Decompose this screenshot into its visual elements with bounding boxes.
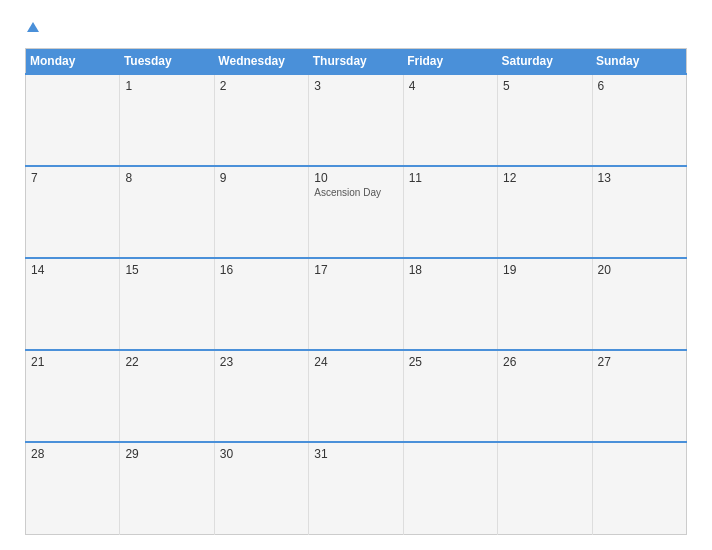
week-row-2: 78910Ascension Day111213 <box>26 166 687 258</box>
calendar-cell: 23 <box>214 350 308 442</box>
calendar-cell: 2 <box>214 74 308 166</box>
calendar-cell: 16 <box>214 258 308 350</box>
calendar-cell: 9 <box>214 166 308 258</box>
calendar-cell <box>498 442 592 534</box>
day-number: 26 <box>503 355 586 369</box>
day-number: 3 <box>314 79 397 93</box>
day-header-sunday: Sunday <box>592 49 686 75</box>
day-number: 1 <box>125 79 208 93</box>
calendar-page: MondayTuesdayWednesdayThursdayFridaySatu… <box>0 0 712 550</box>
day-header-saturday: Saturday <box>498 49 592 75</box>
day-number: 19 <box>503 263 586 277</box>
day-header-wednesday: Wednesday <box>214 49 308 75</box>
day-header-friday: Friday <box>403 49 497 75</box>
day-number: 30 <box>220 447 303 461</box>
day-number: 2 <box>220 79 303 93</box>
calendar-cell <box>592 442 686 534</box>
calendar-cell: 26 <box>498 350 592 442</box>
calendar-cell: 6 <box>592 74 686 166</box>
day-number: 13 <box>598 171 681 185</box>
day-number: 14 <box>31 263 114 277</box>
calendar-cell: 8 <box>120 166 214 258</box>
logo-general <box>25 20 39 36</box>
day-number: 25 <box>409 355 492 369</box>
week-row-4: 21222324252627 <box>26 350 687 442</box>
days-header-row: MondayTuesdayWednesdayThursdayFridaySatu… <box>26 49 687 75</box>
calendar-cell: 21 <box>26 350 120 442</box>
day-header-tuesday: Tuesday <box>120 49 214 75</box>
calendar-cell: 5 <box>498 74 592 166</box>
day-number: 16 <box>220 263 303 277</box>
calendar-cell: 17 <box>309 258 403 350</box>
calendar-cell: 15 <box>120 258 214 350</box>
day-number: 29 <box>125 447 208 461</box>
calendar-cell: 25 <box>403 350 497 442</box>
day-number: 17 <box>314 263 397 277</box>
day-number: 15 <box>125 263 208 277</box>
calendar-cell: 4 <box>403 74 497 166</box>
day-number: 24 <box>314 355 397 369</box>
calendar-cell <box>403 442 497 534</box>
calendar-cell: 12 <box>498 166 592 258</box>
day-number: 18 <box>409 263 492 277</box>
week-row-1: 123456 <box>26 74 687 166</box>
calendar-table: MondayTuesdayWednesdayThursdayFridaySatu… <box>25 48 687 535</box>
calendar-cell: 27 <box>592 350 686 442</box>
calendar-cell: 19 <box>498 258 592 350</box>
day-number: 27 <box>598 355 681 369</box>
calendar-cell: 30 <box>214 442 308 534</box>
calendar-cell: 20 <box>592 258 686 350</box>
header <box>25 20 687 36</box>
day-number: 12 <box>503 171 586 185</box>
day-event: Ascension Day <box>314 187 381 198</box>
day-number: 11 <box>409 171 492 185</box>
day-number: 20 <box>598 263 681 277</box>
day-number: 21 <box>31 355 114 369</box>
day-number: 6 <box>598 79 681 93</box>
calendar-cell: 24 <box>309 350 403 442</box>
day-number: 23 <box>220 355 303 369</box>
day-number: 7 <box>31 171 114 185</box>
day-number: 31 <box>314 447 397 461</box>
calendar-cell: 11 <box>403 166 497 258</box>
calendar-cell: 1 <box>120 74 214 166</box>
day-number: 10 <box>314 171 397 185</box>
calendar-cell: 7 <box>26 166 120 258</box>
calendar-cell: 3 <box>309 74 403 166</box>
day-number: 9 <box>220 171 303 185</box>
day-number: 8 <box>125 171 208 185</box>
day-header-thursday: Thursday <box>309 49 403 75</box>
week-row-5: 28293031 <box>26 442 687 534</box>
week-row-3: 14151617181920 <box>26 258 687 350</box>
logo-triangle-icon <box>27 22 39 32</box>
calendar-cell: 14 <box>26 258 120 350</box>
calendar-cell: 18 <box>403 258 497 350</box>
calendar-cell: 28 <box>26 442 120 534</box>
day-number: 5 <box>503 79 586 93</box>
calendar-cell <box>26 74 120 166</box>
logo <box>25 20 39 36</box>
calendar-cell: 22 <box>120 350 214 442</box>
day-header-monday: Monday <box>26 49 120 75</box>
calendar-cell: 31 <box>309 442 403 534</box>
calendar-cell: 13 <box>592 166 686 258</box>
calendar-cell: 29 <box>120 442 214 534</box>
calendar-cell: 10Ascension Day <box>309 166 403 258</box>
day-number: 4 <box>409 79 492 93</box>
day-number: 28 <box>31 447 114 461</box>
day-number: 22 <box>125 355 208 369</box>
